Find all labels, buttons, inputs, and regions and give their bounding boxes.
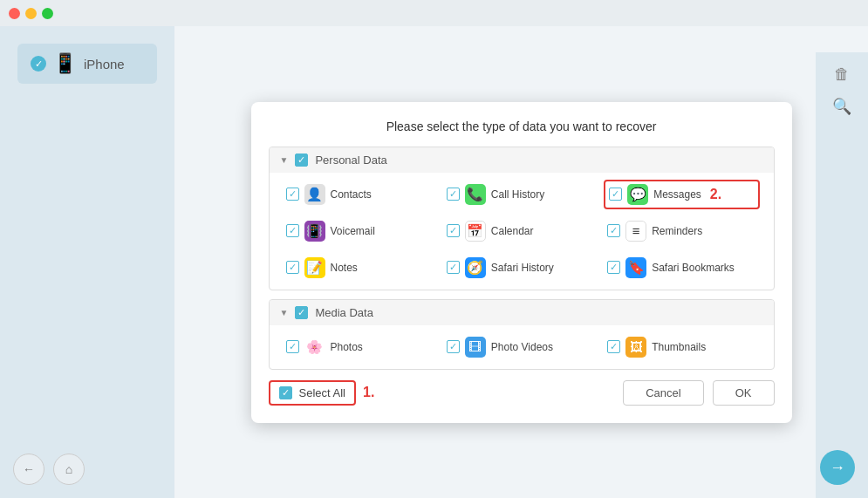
item-thumbnails[interactable]: 🖼 Thumbnails (604, 332, 760, 362)
thumbnails-label: Thumbnails (652, 341, 706, 353)
item-photovideos[interactable]: 🎞 Photo Videos (443, 332, 599, 362)
personal-data-body: 👤 Contacts 📞 Call History 💬 (270, 173, 774, 290)
titlebar (0, 0, 868, 26)
media-data-section: ▼ Media Data 🌸 Photos (269, 299, 775, 370)
thumbnails-icon: 🖼 (625, 337, 646, 358)
callhistory-label: Call History (491, 188, 544, 201)
calendar-checkbox[interactable] (447, 224, 460, 237)
callhistory-icon: 📞 (465, 184, 486, 205)
callhistory-checkbox[interactable] (447, 188, 460, 201)
item-voicemail[interactable]: 📳 Voicemail (283, 216, 439, 246)
item-reminders[interactable]: ≡ Reminders (604, 216, 760, 246)
calendar-label: Calendar (491, 225, 534, 237)
maximize-button[interactable] (42, 8, 53, 19)
media-items-grid: 🌸 Photos 🎞 Photo Videos 🖼 (283, 332, 761, 362)
item-callhistory[interactable]: 📞 Call History (443, 180, 599, 209)
step1-label: 1. (363, 385, 374, 400)
media-data-label: Media Data (315, 306, 372, 319)
safaribookmarks-checkbox[interactable] (607, 261, 620, 274)
messages-label: Messages (653, 188, 701, 201)
search-icon[interactable]: 🔍 (832, 97, 851, 116)
content-area: Please select the type of data you want … (174, 26, 868, 498)
media-data-header: ▼ Media Data (270, 300, 774, 325)
select-all-label: Select All (299, 386, 345, 399)
modal-dialog: Please select the type of data you want … (251, 102, 792, 423)
ok-button[interactable]: OK (713, 380, 775, 406)
calendar-icon: 📅 (465, 221, 486, 242)
button-group: Cancel OK (623, 380, 774, 406)
item-contacts[interactable]: 👤 Contacts (283, 180, 439, 209)
sidebar: ✓ 📱 iPhone (0, 26, 174, 498)
notes-label: Notes (331, 262, 358, 274)
photos-label: Photos (331, 341, 363, 353)
step2-label: 2. (710, 187, 721, 202)
contacts-checkbox[interactable] (286, 188, 299, 201)
safarihistory-checkbox[interactable] (447, 261, 460, 274)
collapse-icon: ▼ (280, 155, 289, 165)
photovideos-checkbox[interactable] (447, 340, 460, 353)
media-section-checkbox[interactable] (295, 306, 308, 319)
reminders-checkbox[interactable] (607, 224, 620, 237)
media-data-body: 🌸 Photos 🎞 Photo Videos 🖼 (270, 325, 774, 369)
bottom-nav: ← ⌂ (13, 454, 85, 485)
safarihistory-icon: 🧭 (465, 257, 486, 278)
main-area: ✓ 📱 iPhone Please select the type of dat… (0, 26, 868, 498)
item-safarihistory[interactable]: 🧭 Safari History (443, 253, 599, 283)
personal-data-section: ▼ Personal Data 👤 Contacts (269, 147, 775, 290)
select-all-area[interactable]: Select All (269, 380, 356, 406)
reminders-icon: ≡ (625, 221, 646, 242)
item-calendar[interactable]: 📅 Calendar (443, 216, 599, 246)
home-button[interactable]: ⌂ (53, 454, 85, 485)
item-messages[interactable]: 💬 Messages 2. (604, 180, 760, 209)
personal-data-label: Personal Data (315, 153, 386, 167)
back-button[interactable]: ← (13, 454, 44, 485)
personal-items-grid: 👤 Contacts 📞 Call History 💬 (283, 180, 761, 283)
media-collapse-icon: ▼ (280, 308, 289, 317)
thumbnails-checkbox[interactable] (607, 340, 620, 353)
device-item-iphone[interactable]: ✓ 📱 iPhone (17, 44, 157, 84)
device-check-icon: ✓ (31, 56, 46, 72)
device-label: iPhone (84, 57, 125, 72)
voicemail-icon: 📳 (304, 221, 325, 242)
notes-icon: 📝 (304, 257, 325, 278)
photos-checkbox[interactable] (286, 340, 299, 353)
cancel-button[interactable]: Cancel (623, 380, 703, 406)
safaribookmarks-icon: 🔖 (625, 257, 646, 278)
right-toolbar: 🗑 🔍 (816, 52, 868, 498)
notes-checkbox[interactable] (286, 261, 299, 274)
minimize-button[interactable] (25, 8, 37, 19)
contacts-label: Contacts (331, 188, 372, 201)
voicemail-label: Voicemail (331, 225, 375, 237)
photovideos-icon: 🎞 (465, 337, 486, 358)
safaribookmarks-label: Safari Bookmarks (652, 262, 735, 274)
messages-icon: 💬 (627, 184, 648, 205)
personal-data-header: ▼ Personal Data (270, 147, 774, 173)
item-safaribookmarks[interactable]: 🔖 Safari Bookmarks (604, 253, 760, 283)
messages-checkbox[interactable] (609, 188, 622, 201)
select-all-checkbox[interactable] (279, 386, 292, 399)
modal-footer: Select All 1. Cancel OK (269, 380, 775, 406)
contacts-icon: 👤 (304, 184, 325, 205)
reminders-label: Reminders (652, 225, 702, 237)
forward-button[interactable]: → (820, 450, 855, 485)
voicemail-checkbox[interactable] (286, 224, 299, 237)
personal-section-checkbox[interactable] (295, 153, 308, 167)
iphone-icon: 📱 (53, 52, 77, 75)
item-photos[interactable]: 🌸 Photos (283, 332, 439, 362)
safarihistory-label: Safari History (491, 262, 554, 274)
trash-icon[interactable]: 🗑 (834, 65, 850, 84)
photos-icon: 🌸 (304, 337, 325, 358)
item-notes[interactable]: 📝 Notes (283, 253, 439, 283)
close-button[interactable] (9, 8, 20, 19)
photovideos-label: Photo Videos (491, 341, 553, 353)
modal-title: Please select the type of data you want … (269, 119, 775, 133)
